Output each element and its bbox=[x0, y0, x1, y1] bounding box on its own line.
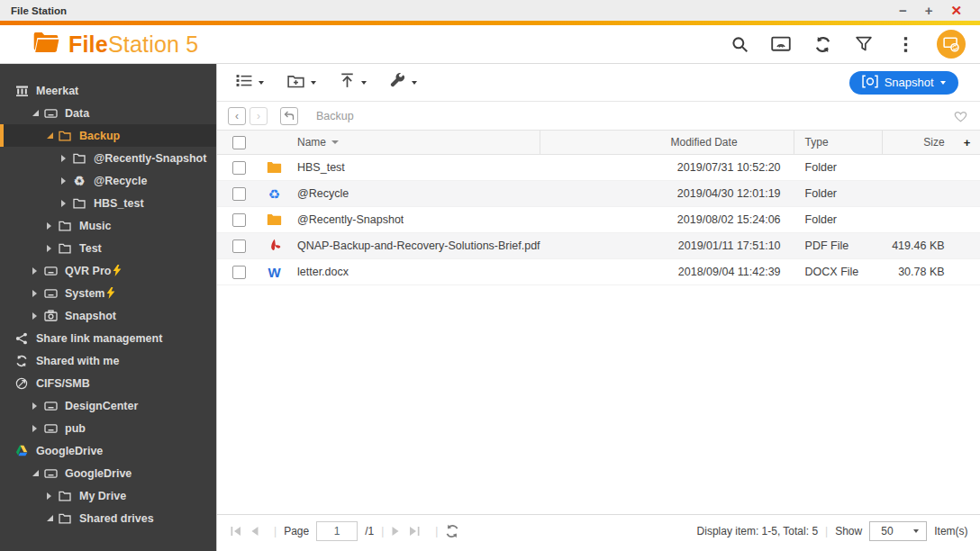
expand-arrow-icon[interactable] bbox=[47, 222, 58, 230]
file-name[interactable]: @Recycle bbox=[297, 187, 349, 200]
sidebar-item-share-link-management[interactable]: Share link management bbox=[0, 327, 216, 349]
expand-arrow-icon[interactable] bbox=[61, 155, 72, 162]
sidebar-item-recently-snapshot[interactable]: @Recently-Snapshot bbox=[0, 147, 216, 169]
cast-icon[interactable] bbox=[771, 34, 791, 54]
sidebar-item-my-drive[interactable]: My Drive bbox=[0, 484, 216, 507]
go-up-button[interactable] bbox=[280, 107, 298, 125]
sidebar-item-googledrive[interactable]: GoogleDrive bbox=[0, 462, 216, 484]
share-icon bbox=[14, 331, 29, 346]
collapse-arrow-icon[interactable] bbox=[32, 110, 43, 116]
expand-arrow-icon[interactable] bbox=[32, 290, 43, 297]
sidebar-item-recycle[interactable]: ♻@Recycle bbox=[0, 169, 216, 192]
table-row[interactable]: QNAP-Backup-and-Recovery-Solutions-Brief… bbox=[217, 233, 980, 259]
next-page-icon[interactable] bbox=[391, 526, 401, 537]
column-header-type[interactable]: Type bbox=[794, 131, 883, 154]
table-row[interactable]: @Recently-Snapshot2019/08/02 15:24:06Fol… bbox=[217, 207, 980, 233]
last-page-icon[interactable] bbox=[408, 526, 421, 537]
sidebar-item-designcenter[interactable]: DesignCenter bbox=[0, 394, 216, 417]
expand-arrow-icon[interactable] bbox=[32, 267, 43, 275]
file-name[interactable]: HBS_test bbox=[297, 161, 345, 174]
sidebar-item-music[interactable]: Music bbox=[0, 214, 216, 237]
collapse-arrow-icon[interactable] bbox=[47, 132, 58, 139]
upload-button[interactable] bbox=[331, 69, 375, 95]
back-button[interactable]: ‹ bbox=[228, 107, 246, 125]
chevron-down-icon bbox=[259, 81, 264, 85]
filter-icon[interactable] bbox=[854, 34, 874, 54]
first-page-icon[interactable] bbox=[230, 526, 242, 537]
page-number-input[interactable] bbox=[316, 521, 358, 541]
column-header-name[interactable]: Name bbox=[260, 131, 540, 154]
row-checkbox[interactable] bbox=[232, 239, 246, 253]
row-checkbox[interactable] bbox=[232, 187, 246, 201]
wrench-icon bbox=[390, 73, 405, 92]
sidebar-item-googledrive[interactable]: GoogleDrive bbox=[0, 439, 216, 462]
select-all-checkbox[interactable] bbox=[232, 136, 246, 149]
row-checkbox[interactable] bbox=[232, 266, 246, 279]
expand-arrow-icon[interactable] bbox=[61, 200, 72, 207]
add-column-button[interactable]: + bbox=[954, 131, 980, 154]
minimize-button[interactable]: − bbox=[899, 4, 907, 17]
folder-file-icon bbox=[267, 160, 282, 176]
sidebar-item-test[interactable]: Test bbox=[0, 237, 216, 259]
expand-arrow-icon[interactable] bbox=[61, 177, 72, 185]
row-checkbox[interactable] bbox=[232, 161, 246, 175]
sidebar-item-pub[interactable]: pub bbox=[0, 417, 216, 439]
breadcrumb[interactable]: Backup bbox=[316, 110, 354, 122]
snapshot-button[interactable]: Snapshot bbox=[849, 71, 958, 95]
forward-button[interactable]: › bbox=[250, 107, 268, 125]
header-icons bbox=[730, 30, 980, 59]
expand-arrow-icon[interactable] bbox=[32, 312, 43, 320]
file-name-cell: ♻@Recycle bbox=[260, 181, 540, 206]
items-per-page-select[interactable]: 50 bbox=[869, 521, 927, 541]
table-row[interactable]: ♻@Recycle2019/04/30 12:01:19Folder bbox=[217, 181, 980, 207]
table-row[interactable]: Wletter.docx2018/09/04 11:42:39DOCX File… bbox=[217, 259, 980, 285]
file-name[interactable]: letter.docx bbox=[297, 266, 349, 278]
file-name[interactable]: @Recently-Snapshot bbox=[297, 213, 404, 226]
create-folder-button[interactable] bbox=[279, 70, 324, 95]
refresh-icon[interactable] bbox=[812, 34, 832, 54]
upload-icon bbox=[340, 73, 355, 92]
folder-icon bbox=[58, 511, 72, 526]
folder-file-icon bbox=[267, 212, 282, 228]
previous-page-icon[interactable] bbox=[250, 526, 259, 537]
search-icon[interactable] bbox=[730, 34, 749, 54]
sidebar-item-label: GoogleDrive bbox=[65, 467, 132, 480]
collapse-arrow-icon[interactable] bbox=[47, 515, 58, 521]
expand-arrow-icon[interactable] bbox=[32, 425, 43, 432]
sidebar-item-label: System bbox=[65, 287, 104, 300]
tools-button[interactable] bbox=[382, 69, 425, 95]
gdrive-icon bbox=[14, 444, 29, 458]
sidebar-item-snapshot[interactable]: Snapshot bbox=[0, 304, 216, 327]
expand-arrow-icon[interactable] bbox=[47, 492, 58, 500]
sidebar-item-shared-with-me[interactable]: Shared with me bbox=[0, 349, 216, 372]
sidebar-item-backup[interactable]: Backup bbox=[0, 124, 216, 147]
column-header-size[interactable]: Size bbox=[883, 131, 954, 154]
collapse-arrow-icon[interactable] bbox=[32, 470, 43, 476]
sidebar-item-system[interactable]: System bbox=[0, 282, 216, 304]
table-row[interactable]: HBS_test2019/07/31 10:52:20Folder bbox=[217, 155, 980, 181]
sync-icon bbox=[14, 354, 29, 368]
expand-arrow-icon[interactable] bbox=[32, 402, 43, 410]
row-checkbox-cell bbox=[217, 259, 260, 285]
file-name-cell: @Recently-Snapshot bbox=[260, 207, 540, 232]
refresh-list-icon[interactable] bbox=[445, 524, 459, 538]
maximize-button[interactable]: + bbox=[925, 4, 933, 17]
sidebar-item-data[interactable]: Data bbox=[0, 102, 216, 124]
column-header-modified[interactable]: Modified Date bbox=[540, 131, 794, 154]
more-icon[interactable] bbox=[895, 34, 915, 54]
close-button[interactable]: ✕ bbox=[950, 4, 962, 17]
sidebar-item-hbs-test[interactable]: HBS_test bbox=[0, 192, 216, 214]
row-checkbox[interactable] bbox=[232, 213, 246, 227]
view-mode-button[interactable] bbox=[228, 70, 272, 95]
sidebar-item-label: Meerkat bbox=[36, 85, 78, 97]
sidebar-item-shared-drives[interactable]: Shared drives bbox=[0, 507, 216, 529]
favorite-heart-icon[interactable] bbox=[953, 109, 968, 122]
expand-arrow-icon[interactable] bbox=[47, 245, 58, 252]
sidebar-item-meerkat[interactable]: Meerkat bbox=[0, 79, 216, 102]
modified-date-cell: 2019/08/02 15:24:06 bbox=[540, 207, 794, 232]
folder-icon bbox=[58, 489, 72, 503]
sidebar-item-cifs-smb[interactable]: CIFS/SMB bbox=[0, 372, 216, 394]
file-name[interactable]: QNAP-Backup-and-Recovery-Solutions-Brief… bbox=[297, 239, 540, 252]
background-task-icon[interactable] bbox=[937, 30, 966, 59]
sidebar-item-qvr-pro[interactable]: QVR Pro bbox=[0, 259, 216, 282]
